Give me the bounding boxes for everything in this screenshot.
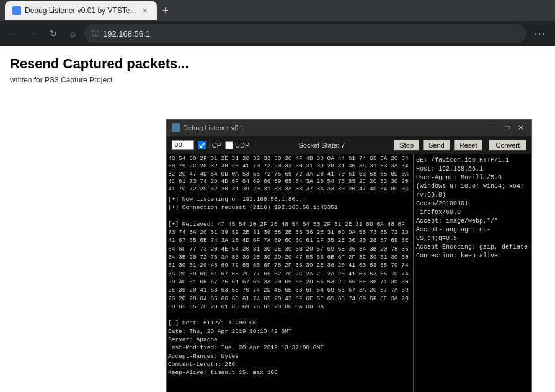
right-panel-line: Gecko/20100101 (416, 200, 529, 208)
log-line: [+] Connection request (2116) 192.168.56… (168, 203, 412, 212)
reload-button[interactable]: ↻ (45, 25, 62, 42)
nav-bar: ← → ↻ ⌂ ⓘ 192.168.56.1 ⋯ (0, 21, 555, 46)
back-button[interactable]: ← (5, 25, 22, 42)
debug-window-icon (172, 123, 180, 132)
log-line (168, 212, 412, 220)
log-line: Date: Thu, 20 Apr 2019 10:13:42 GMT (168, 327, 412, 336)
browser-chrome: Debug Listener v0.01 by VTSTe... ✕ + ← →… (0, 0, 555, 46)
log-line: Keep-Alive: timeout=15, max=100 (168, 368, 412, 376)
more-menu-button[interactable]: ⋯ (529, 24, 550, 43)
debug-controls: TCP UDP Socket State: 7 Stop Send Reset … (167, 136, 531, 154)
debug-titlebar: Debug Listener v0.1 – □ ✕ (167, 120, 531, 136)
tab-favicon (12, 6, 21, 15)
tcp-checkbox-label[interactable]: TCP (198, 141, 221, 149)
log-line: Content-Length: 236 (168, 360, 412, 368)
active-tab[interactable]: Debug Listener v0.01 by VTSTe... ✕ (5, 1, 157, 20)
right-panel-line: Firefox/69.0 (416, 208, 529, 217)
tcp-checkbox[interactable] (198, 141, 206, 149)
info-icon: ⓘ (92, 29, 99, 39)
left-panel: 48 54 50 2F 31 2E 31 20 32 33 30 20 4F 4… (167, 154, 414, 392)
send-button[interactable]: Send (423, 140, 450, 151)
right-panel-line: Accept: image/webp,*/* (416, 217, 529, 226)
log-line: [-] Sent: HTTP/1.1 200 OK (168, 319, 412, 327)
udp-checkbox-label[interactable]: UDP (225, 141, 249, 149)
log-line: Last-Modified: Tue, 20 Apr 2019 13:37:00… (168, 344, 412, 352)
right-panel-line: GET /favicon.ico HTTP/1.1 (416, 156, 529, 165)
debug-maximize-button[interactable]: □ (502, 122, 513, 133)
page-subtitle: written for PS3 Capture Project (10, 76, 545, 84)
right-panel-line: Accept-Language: en-US,en;q=0.5 (416, 226, 529, 243)
udp-checkbox[interactable] (225, 141, 233, 149)
debug-panels: 48 54 50 2F 31 2E 31 20 32 33 30 20 4F 4… (167, 154, 531, 392)
address-bar[interactable]: ⓘ 192.168.56.1 (84, 24, 526, 43)
forward-button[interactable]: → (25, 25, 42, 42)
new-tab-button[interactable]: + (159, 2, 171, 20)
packet-area[interactable]: 48 54 50 2F 31 2E 31 20 32 33 30 20 4F 4… (167, 154, 413, 194)
address-text: 192.168.56.1 (103, 29, 150, 38)
socket-state-label: Socket State: 7 (253, 141, 390, 149)
right-panel-line: Accept-Encoding: gzip, deflate (416, 243, 529, 252)
debug-minimize-button[interactable]: – (488, 122, 499, 133)
log-line: Accept-Ranges: bytes (168, 352, 412, 360)
log-line: Server: Apache (168, 336, 412, 344)
convert-button[interactable]: Convert (489, 140, 526, 151)
log-area[interactable]: [+] Now listening on 192.168.56.1:80...[… (167, 194, 413, 392)
right-panel-line: User-Agent: Mozilla/5.0 (Windows NT 10.0… (416, 174, 529, 200)
debug-window: Debug Listener v0.1 – □ ✕ TCP UDP Socket… (166, 119, 532, 392)
page-title: Resend Captured packets... (10, 56, 545, 72)
tab-close-button[interactable]: ✕ (140, 7, 149, 15)
right-panel-line: Connection: keep-alive (416, 252, 529, 261)
page-content: Resend Captured packets... written for P… (0, 46, 555, 392)
right-panel[interactable]: GET /favicon.ico HTTP/1.1Host: 192.168.5… (414, 154, 531, 392)
packet-hex-text: 48 54 50 2F 31 2E 31 20 32 33 30 20 4F 4… (168, 155, 409, 194)
home-button[interactable]: ⌂ (64, 25, 82, 42)
reset-button[interactable]: Reset (454, 140, 483, 151)
debug-window-title: Debug Listener v0.1 (183, 124, 486, 131)
port-input[interactable] (172, 140, 194, 150)
log-line: [+] Recieved: 47 45 54 20 2F 20 48 54 54… (168, 220, 412, 311)
tab-title: Debug Listener v0.01 by VTSTe... (25, 6, 136, 15)
debug-close-button[interactable]: ✕ (515, 122, 526, 133)
log-line: [+] Now listening on 192.168.56.1:80... (168, 195, 412, 203)
stop-button[interactable]: Stop (394, 140, 419, 151)
log-line (168, 311, 412, 319)
tab-bar: Debug Listener v0.01 by VTSTe... ✕ + (0, 0, 555, 21)
right-panel-line: Host: 192.168.56.1 (416, 165, 529, 174)
